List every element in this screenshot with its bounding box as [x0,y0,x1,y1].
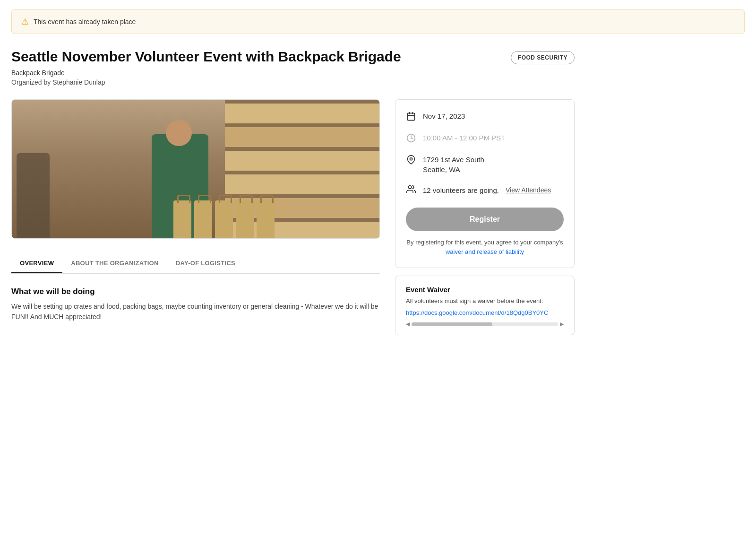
event-image-bg [12,100,379,238]
alert-text: This event has already taken place [34,18,136,26]
waiver-url-link[interactable]: https://docs.google.com/document/d/18Qdg… [406,309,564,316]
warning-icon: ⚠ [21,17,29,27]
svg-point-6 [408,186,412,189]
scroll-right-arrow[interactable]: ▶ [560,321,564,327]
volunteers-count: 12 volunteers are going. [423,185,499,195]
event-time: 10:00 AM - 12:00 PM PST [423,133,505,143]
tabs-container: OVERVIEW ABOUT THE ORGANIZATION DAY-OF L… [11,254,380,274]
overview-section: What we will be doing We will be setting… [11,287,380,322]
tab-overview[interactable]: OVERVIEW [11,254,62,273]
view-attendees-link[interactable]: View Attendees [506,186,551,194]
time-row: 10:00 AM - 12:00 PM PST [406,133,564,145]
event-address: 1729 1st Ave South Seattle, WA [423,155,484,174]
right-column: Nov 17, 2023 10:00 AM - 12:00 PM PST [395,99,575,335]
address-row: 1729 1st Ave South Seattle, WA [406,155,564,174]
location-icon [406,155,416,167]
scrollbar-thumb[interactable] [412,322,492,326]
waiver-note-prefix: By registering for this event, you agree… [406,239,563,246]
info-card: Nov 17, 2023 10:00 AM - 12:00 PM PST [395,99,575,268]
alert-banner: ⚠ This event has already taken place [11,9,745,34]
attendees-row: 12 volunteers are going. View Attendees [406,184,564,196]
left-column: OVERVIEW ABOUT THE ORGANIZATION DAY-OF L… [11,99,380,322]
waiver-card-subtitle: All volunteers must sign a waiver before… [406,297,564,304]
people-icon [406,184,416,196]
waiver-card-title: Event Waiver [406,286,564,294]
org-name: Backpack Brigade [11,69,575,77]
main-layout: OVERVIEW ABOUT THE ORGANIZATION DAY-OF L… [11,99,575,335]
date-row: Nov 17, 2023 [406,111,564,123]
food-security-badge: FOOD SECURITY [511,51,575,64]
page-content: Seattle November Volunteer Event with Ba… [0,34,586,354]
organizer: Organized by Stephanie Dunlap [11,78,575,86]
calendar-icon [406,112,416,123]
scroll-left-arrow[interactable]: ◀ [406,321,410,327]
event-title: Seattle November Volunteer Event with Ba… [11,48,401,65]
waiver-card: Event Waiver All volunteers must sign a … [395,276,575,335]
waiver-release-link[interactable]: waiver and release of liability [446,248,524,255]
register-button[interactable]: Register [406,208,564,231]
overview-heading: What we will be doing [11,287,380,296]
tab-about-org[interactable]: ABOUT THE ORGANIZATION [62,254,167,273]
address-line1: 1729 1st Ave South [423,155,484,165]
svg-rect-0 [408,113,415,120]
svg-point-5 [410,158,412,160]
tab-day-of-logistics[interactable]: DAY-OF LOGISTICS [167,254,244,273]
waiver-note: By registering for this event, you agree… [406,238,564,256]
overview-body: We will be setting up crates and food, p… [11,301,380,322]
event-date: Nov 17, 2023 [423,111,465,121]
event-image [11,99,380,239]
clock-icon [406,133,416,145]
address-line2: Seattle, WA [423,165,484,174]
event-header: Seattle November Volunteer Event with Ba… [11,48,575,65]
